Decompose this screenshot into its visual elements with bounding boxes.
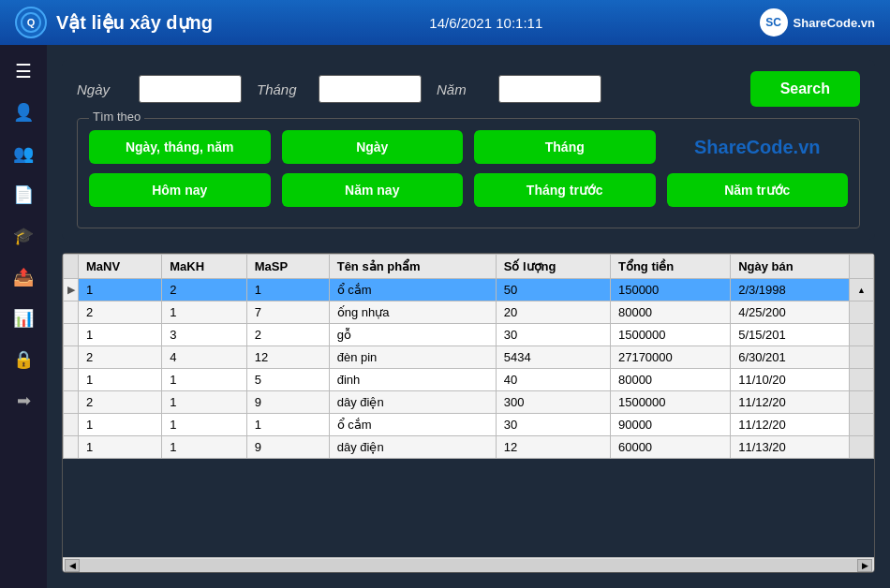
filter-hom-nay[interactable]: Hôm nay: [89, 173, 271, 207]
col-masp: MaSP: [246, 255, 329, 279]
top-bar-right: SC ShareCode.vn: [760, 8, 875, 37]
app-icon: Q: [15, 7, 47, 38]
sidebar-item-arrow[interactable]: ➡: [5, 382, 42, 419]
table-cell: 2: [79, 391, 162, 414]
col-makh: MaKH: [162, 255, 246, 279]
table-row[interactable]: 132gỗ3015000005/15/201: [64, 324, 874, 346]
table-header-row: MaNV MaKH MaSP Tên sản phẩm Số lượng Tổn…: [64, 255, 874, 279]
table-cell: đèn pin: [329, 346, 496, 369]
nam-input[interactable]: [498, 75, 601, 103]
table-cell: ổ cắm: [329, 279, 496, 301]
table-cell: gỗ: [329, 324, 496, 346]
table-section: MaNV MaKH MaSP Tên sản phẩm Số lượng Tổn…: [62, 253, 875, 573]
top-bar: Q Vật liệu xây dựng 14/6/2021 10:1:11 SC…: [0, 0, 890, 45]
table-cell: 1: [79, 414, 162, 436]
search-button[interactable]: Search: [750, 71, 860, 107]
search-section: Ngày Tháng Năm Search Tìm theo Ngày, thá…: [62, 60, 875, 240]
table-row[interactable]: 2412đèn pin5434271700006/30/201: [64, 346, 874, 369]
filter-ngay[interactable]: Ngày: [282, 130, 464, 164]
table-cell: 300: [496, 391, 610, 414]
table-cell: 50: [496, 279, 610, 301]
sidebar-item-doc[interactable]: 📄: [5, 176, 42, 213]
filter-ngay-thang-nam[interactable]: Ngày, tháng, năm: [89, 130, 271, 164]
table-wrapper[interactable]: MaNV MaKH MaSP Tên sản phẩm Số lượng Tổn…: [63, 254, 874, 557]
table-cell: 2: [246, 324, 329, 346]
filter-thang-truoc[interactable]: Tháng trước: [474, 173, 656, 207]
ngay-label: Ngày: [77, 81, 124, 97]
v-scroll-cell: [850, 391, 874, 414]
table-cell: 27170000: [610, 346, 730, 369]
filter-nam-truoc[interactable]: Năm trước: [667, 173, 849, 207]
datetime: 14/6/2021 10:1:11: [429, 15, 542, 31]
table-cell: ổ cắm: [329, 414, 496, 436]
row-indicator: [64, 436, 79, 459]
table-cell: 40: [496, 369, 610, 391]
table-cell: 60000: [610, 436, 730, 459]
col-soluong: Số lượng: [496, 255, 610, 279]
horizontal-scrollbar[interactable]: ◀ ▶: [63, 557, 874, 572]
thang-input[interactable]: [319, 75, 422, 103]
table-row[interactable]: 219dây điện300150000011/12/20: [64, 391, 874, 414]
table-row[interactable]: ▶121ổ cắm501500002/3/1998▲: [64, 279, 874, 301]
table-cell: 30: [496, 324, 610, 346]
v-scroll-cell: [850, 346, 874, 369]
table-cell: 4: [162, 346, 246, 369]
ngay-input[interactable]: [139, 75, 242, 103]
top-bar-left: Q Vật liệu xây dựng: [15, 7, 213, 38]
filter-thang[interactable]: Tháng: [474, 130, 656, 164]
arrow-right-icon: ➡: [17, 390, 31, 411]
sidebar-item-person[interactable]: 👤: [5, 94, 42, 131]
col-ngay: Ngày bán: [731, 255, 850, 279]
tim-theo-box: Tìm theo Ngày, tháng, năm Ngày Tháng Sha…: [77, 118, 860, 228]
sharecode-logo: SC: [760, 8, 788, 37]
table-cell: 2/3/1998: [731, 279, 850, 301]
table-cell: 1: [246, 279, 329, 301]
sidebar-item-upload[interactable]: 📤: [5, 258, 42, 296]
filter-nam-nay[interactable]: Năm nay: [282, 173, 464, 207]
table-row[interactable]: 119dây điện126000011/13/20: [64, 436, 874, 459]
sharecode-label: ShareCode.vn: [794, 16, 875, 30]
group-icon: 👥: [13, 143, 34, 164]
table-cell: 1: [162, 301, 246, 324]
table-cell: 150000: [610, 279, 730, 301]
table-cell: 2: [79, 301, 162, 324]
table-cell: 1: [162, 414, 246, 436]
table-cell: 5/15/201: [731, 324, 850, 346]
scroll-right-btn[interactable]: ▶: [857, 559, 872, 572]
col-tongtien: Tổng tiền: [610, 255, 730, 279]
table-cell: 1: [79, 436, 162, 459]
sharecode-watermark: ShareCode.vn: [667, 130, 849, 164]
svg-text:Q: Q: [27, 17, 36, 28]
sidebar-item-group[interactable]: 👥: [5, 135, 42, 172]
table-cell: 12: [246, 346, 329, 369]
table-cell: 6/30/201: [731, 346, 850, 369]
table-cell: 30: [496, 414, 610, 436]
table-cell: 1: [162, 391, 246, 414]
table-cell: 90000: [610, 414, 730, 436]
sidebar-item-chart[interactable]: 📊: [5, 300, 42, 337]
hat-icon: 🎓: [13, 226, 34, 246]
sidebar-item-hat[interactable]: 🎓: [5, 217, 42, 255]
table-row[interactable]: 217ống nhựa20800004/25/200: [64, 301, 874, 324]
table-row[interactable]: 111ổ cắm309000011/12/20: [64, 414, 874, 436]
col-manv: MaNV: [79, 255, 162, 279]
filter-row-2: Hôm nay Năm nay Tháng trước Năm trước: [89, 173, 848, 207]
table-row[interactable]: 115đinh408000011/10/20: [64, 369, 874, 391]
table-cell: 1500000: [610, 324, 730, 346]
table-cell: đinh: [329, 369, 496, 391]
content-area: Ngày Tháng Năm Search Tìm theo Ngày, thá…: [47, 45, 890, 588]
row-indicator: [64, 369, 79, 391]
date-row: Ngày Tháng Năm Search: [77, 71, 860, 107]
table-cell: 12: [496, 436, 610, 459]
sidebar-item-lock[interactable]: 🔒: [5, 341, 42, 378]
v-scroll-cell: [850, 324, 874, 346]
nam-label: Năm: [437, 81, 483, 97]
scroll-left-btn[interactable]: ◀: [65, 559, 80, 572]
table-cell: 11/13/20: [731, 436, 850, 459]
sidebar-hamburger[interactable]: ☰: [5, 52, 42, 90]
table-cell: 20: [496, 301, 610, 324]
scroll-track[interactable]: [80, 559, 857, 572]
chart-icon: 📊: [13, 308, 34, 329]
table-cell: dây điện: [329, 436, 496, 459]
col-ten: Tên sản phẩm: [329, 255, 496, 279]
